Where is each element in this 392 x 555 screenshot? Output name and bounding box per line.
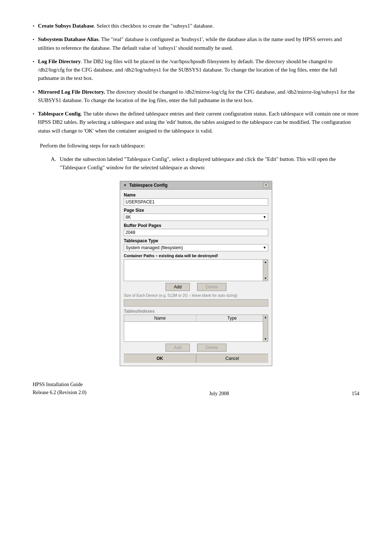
bullet-text-tablespace-config: Tablespace Config. The table shows the d… [38, 110, 359, 135]
bullet-item-tablespace-config: • Tablespace Config. The table shows the… [33, 110, 359, 135]
bullet-text-create-subsys: Create Subsys Database. Select this chec… [38, 22, 214, 30]
tables-name-column-header: Name [124, 315, 196, 321]
container-paths-label: Container Paths – existing data will be … [124, 254, 268, 258]
tablespace-type-label: Tablespace Type [124, 238, 268, 243]
page-size-value: 8K [126, 215, 131, 220]
delete-table-button[interactable]: Delete [197, 344, 226, 352]
tables-scroll-up-icon[interactable]: ▲ [263, 315, 268, 320]
bullet-dot-4: • [33, 89, 34, 105]
bullet-bold-5: Tablespace Config [38, 111, 81, 117]
content-area: • Create Subsys Database. Select this ch… [33, 22, 359, 397]
dialog-collapse-icon[interactable]: ▼ [123, 183, 127, 187]
scroll-up-icon[interactable]: ▲ [263, 260, 268, 264]
step-para: Perform the following steps for each tab… [40, 142, 359, 150]
add-container-button[interactable]: Add [166, 283, 190, 291]
tables-scrollbar[interactable]: ▲ ▼ [263, 315, 268, 341]
name-input[interactable] [124, 198, 268, 206]
tablespace-type-arrow-icon: ▼ [263, 246, 266, 250]
dialog-close-button[interactable]: × [263, 183, 269, 188]
tablespace-type-value: System managed (filesystem) [126, 245, 183, 250]
size-hint-text: Size of Each Device (e.g. 512M or 2G – l… [124, 293, 268, 297]
tables-indexes-label: Tables/Indexes [124, 309, 268, 314]
container-paths-box: ▲ ▼ [124, 259, 268, 281]
footer-release: Release 6.2 (Revision 2.0) [33, 389, 86, 397]
tables-type-column-header: Type [196, 315, 268, 321]
bullet-dot: • [33, 23, 34, 30]
tables-indexes-grid: Name Type ▲ ▼ [124, 315, 268, 342]
bullet-bold-3: Log File Directory [38, 58, 81, 64]
dialog-titlebar: ▼ Tablespace Config × [120, 181, 272, 190]
footer-page: 154 [352, 391, 359, 397]
sub-step-a: A. Under the subsection labeled "Tablesp… [51, 155, 359, 172]
bullet-bold-2: Subsystem Database Alias [38, 36, 99, 42]
dialog-title: Tablespace Config [129, 183, 261, 188]
bullet-item-mirrored-log: • Mirrored Log File Directory. The direc… [33, 88, 359, 105]
bullet-dot-5: • [33, 110, 34, 135]
bullet-item-create-subsys: • Create Subsys Database. Select this ch… [33, 22, 359, 30]
bullet-list: • Create Subsys Database. Select this ch… [33, 22, 359, 135]
container-paths-scrollbar[interactable]: ▲ ▼ [263, 260, 268, 281]
container-paths-btn-row: Add Delete [124, 283, 268, 291]
page-size-label: Page Size [124, 208, 268, 213]
buffer-pool-input[interactable] [124, 229, 268, 236]
tablespace-config-dialog: ▼ Tablespace Config × Name Page Size 8K … [120, 181, 272, 366]
footer: HPSS Installation Guide Release 6.2 (Rev… [33, 381, 359, 397]
size-input [124, 299, 268, 307]
bullet-item-log-file: • Log File Directory. The DB2 log files … [33, 57, 359, 83]
name-label: Name [124, 193, 268, 198]
bullet-text-subsystem-alias: Subsystem Database Alias. The "real" dat… [38, 35, 359, 52]
tables-header-row: Name Type [124, 315, 268, 322]
tables-btn-row: Add Delete [124, 344, 268, 352]
sub-step-a-text: Under the subsection labeled "Tablespace… [60, 155, 359, 172]
tables-data-area [124, 322, 268, 342]
bullet-bold-4: Mirrored Log File Directory. [38, 89, 105, 95]
page-size-select[interactable]: 8K ▼ [124, 214, 268, 221]
page-size-arrow-icon: ▼ [263, 215, 266, 219]
bullet-item-subsystem-alias: • Subsystem Database Alias. The "real" d… [33, 35, 359, 52]
bullet-dot-3: • [33, 58, 34, 83]
ok-cancel-row: OK Cancel [124, 354, 268, 363]
delete-container-button[interactable]: Delete [197, 283, 226, 291]
dialog-wrapper: ▼ Tablespace Config × Name Page Size 8K … [33, 181, 359, 366]
tablespace-type-select[interactable]: System managed (filesystem) ▼ [124, 244, 268, 251]
ok-button[interactable]: OK [124, 354, 196, 363]
footer-left: HPSS Installation Guide Release 6.2 (Rev… [33, 381, 86, 397]
tables-section: Tables/Indexes Name Type ▲ ▼ [124, 309, 268, 342]
buffer-pool-label: Buffer Pool Pages [124, 223, 268, 228]
bullet-bold: Create Subsys Database [38, 23, 94, 29]
add-table-button[interactable]: Add [166, 344, 190, 352]
cancel-button[interactable]: Cancel [196, 354, 269, 363]
bullet-text-log-file: Log File Directory. The DB2 log files wi… [38, 57, 359, 83]
footer-guide: HPSS Installation Guide [33, 381, 86, 389]
footer-date: July 2008 [209, 391, 229, 397]
tables-scroll-down-icon[interactable]: ▼ [263, 337, 268, 341]
step-label-a: A. [51, 155, 56, 172]
sub-steps: A. Under the subsection labeled "Tablesp… [51, 155, 359, 172]
dialog-body: Name Page Size 8K ▼ Buffer Pool Pages Ta… [120, 190, 272, 366]
bullet-dot-2: • [33, 36, 34, 52]
scroll-down-icon[interactable]: ▼ [263, 276, 268, 281]
bullet-text-mirrored-log: Mirrored Log File Directory. The directo… [38, 88, 359, 105]
